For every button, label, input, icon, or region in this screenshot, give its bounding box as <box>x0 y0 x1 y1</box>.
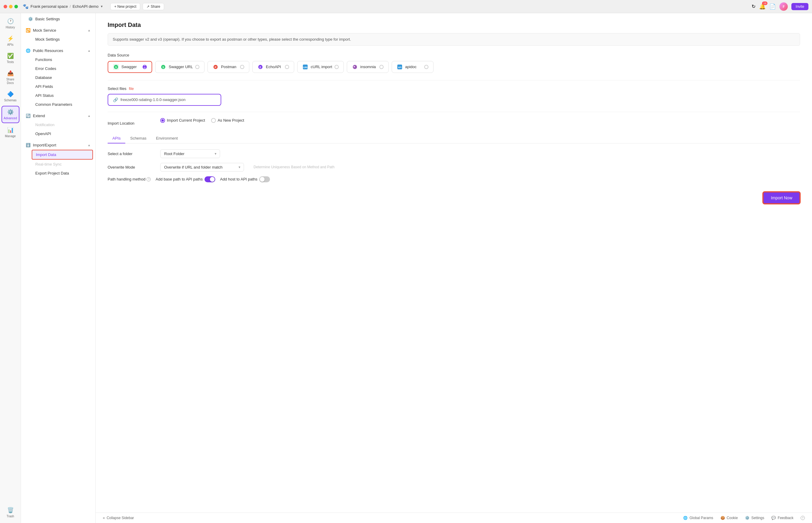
sidebar-item-apis[interactable]: ⚡ APIs <box>1 33 19 49</box>
titlebar-actions: + New project ↗ Share <box>110 3 164 10</box>
nav-item-common-parameters[interactable]: Common Parameters <box>32 100 93 109</box>
global-params-icon: 🌐 <box>683 516 688 520</box>
swagger-label: Swagger <box>121 65 137 69</box>
sidebar-item-trash[interactable]: 🗑️ Trash <box>1 504 19 521</box>
avatar[interactable]: F <box>779 2 788 11</box>
source-option-swagger[interactable]: S Swagger <box>108 61 152 73</box>
nav-label-database: Database <box>35 75 52 80</box>
swagger-url-label: Swagger URL <box>169 65 193 69</box>
docs-icon[interactable]: 📄 <box>769 3 776 10</box>
nav-item-api-status[interactable]: API Status <box>32 91 93 100</box>
nav-item-export-project[interactable]: Export Project Data <box>32 169 93 178</box>
folder-row: Select a folder Root Folder ▼ <box>108 149 800 158</box>
add-base-path-toggle[interactable] <box>205 176 215 182</box>
bottom-left: « Collapse Sidebar <box>103 516 134 520</box>
close-button[interactable] <box>4 5 7 8</box>
postman-radio[interactable] <box>240 65 244 69</box>
nav-label-api-fields: API Fields <box>35 84 53 89</box>
project-name: EchoAPI demo <box>73 4 99 9</box>
curl-radio[interactable] <box>335 65 339 69</box>
nav-mock-service-header[interactable]: 🔁 Mock Service ▲ <box>21 26 95 35</box>
sidebar-item-share-docs[interactable]: 📤 Share Docs <box>1 68 19 87</box>
echoapi-icon: E <box>258 64 263 70</box>
nav-item-api-fields[interactable]: API Fields <box>32 82 93 91</box>
feedback-button[interactable]: 💬 Feedback <box>771 516 793 520</box>
import-new-radio[interactable] <box>211 118 216 123</box>
nav-label-common-parameters: Common Parameters <box>35 102 72 107</box>
import-current-project-option[interactable]: Import Current Project <box>160 118 205 123</box>
source-option-swagger-url[interactable]: S Swagger URL <box>155 61 205 73</box>
insomnia-radio[interactable] <box>379 65 384 69</box>
nav-public-resources-header[interactable]: 🌐 Public Resources ▲ <box>21 46 95 55</box>
echoapi-radio[interactable] <box>285 65 289 69</box>
nav-item-mock-settings[interactable]: Mock Settings <box>32 35 93 43</box>
nav-extend-header[interactable]: 🔄 Extend ▲ <box>21 111 95 120</box>
divider-2 <box>108 112 800 112</box>
add-host-toggle[interactable] <box>259 176 270 182</box>
swagger-radio[interactable] <box>143 65 147 69</box>
path-help-icon[interactable]: ? <box>146 177 151 181</box>
file-input-box[interactable]: 🔗 freeze000-sdating-1.0.0-swagger.json <box>108 94 221 106</box>
share-button[interactable]: ↗ Share <box>143 3 164 10</box>
tests-icon: ✅ <box>7 53 14 59</box>
nav-import-export-header[interactable]: ⬇️ Import/Export ▲ <box>21 141 95 149</box>
nav-item-openapi[interactable]: OpenAPI <box>32 129 93 138</box>
sidebar-item-label-advanced: Advanced <box>4 116 17 120</box>
settings-button[interactable]: ⚙️ Settings <box>745 516 764 520</box>
global-params-button[interactable]: 🌐 Global Params <box>683 516 713 520</box>
source-option-curl[interactable]: cURL cURL import <box>297 61 344 73</box>
sidebar-item-tests[interactable]: ✅ Tests <box>1 50 19 66</box>
tab-schemas[interactable]: Schemas <box>125 133 151 143</box>
apidoc-radio[interactable] <box>424 65 428 69</box>
sidebar-item-advanced[interactable]: ⚙️ Advanced <box>1 106 19 123</box>
project-chevron-icon[interactable]: ▼ <box>100 5 103 8</box>
nav-label-public-resources: Public Resources <box>33 49 63 53</box>
cookie-button[interactable]: 🍪 Cookie <box>721 516 738 520</box>
postman-label: Postman <box>221 65 236 69</box>
path-handling-label: Path handling method ? <box>108 177 151 181</box>
new-project-button[interactable]: + New project <box>110 3 140 10</box>
folder-select[interactable]: Root Folder <box>160 149 220 158</box>
nav-label-basic-settings: Basic Settings <box>35 17 60 21</box>
notif-count: 19 <box>762 1 767 5</box>
collapse-label: Collapse Sidebar <box>107 516 134 520</box>
import-now-button[interactable]: Import Now <box>763 192 800 204</box>
source-option-insomnia[interactable]: insomnia <box>347 61 389 73</box>
source-option-echoapi[interactable]: E EchoAPI <box>252 61 294 73</box>
maximize-button[interactable] <box>14 5 18 8</box>
nav-item-import-data[interactable]: Import Data <box>32 150 93 160</box>
nav-item-database[interactable]: Database <box>32 73 93 82</box>
swagger-url-radio[interactable] <box>195 65 199 69</box>
basic-settings-icon: ⚙️ <box>28 17 33 21</box>
svg-text:E: E <box>260 66 261 69</box>
settings-icon: ⚙️ <box>745 516 749 520</box>
tab-environment[interactable]: Environment <box>151 133 183 143</box>
invite-button[interactable]: Invite <box>791 3 808 10</box>
overwrite-select[interactable]: Overwrite if URL and folder match <box>160 163 244 172</box>
source-option-apidoc[interactable]: API apidoc <box>392 61 434 73</box>
nav-item-error-codes[interactable]: Error Codes <box>32 64 93 73</box>
icon-sidebar: 🕐 History ⚡ APIs ✅ Tests 📤 Share Docs 🔷 … <box>0 13 21 523</box>
help-button[interactable]: ? <box>801 516 805 520</box>
nav-item-basic-settings[interactable]: ⚙️ Basic Settings <box>23 15 93 23</box>
overwrite-label: Overwrite Mode <box>108 165 156 169</box>
help-circle-icon[interactable]: ? <box>801 516 805 520</box>
source-option-postman[interactable]: P Postman <box>208 61 249 73</box>
import-new-project-option[interactable]: As New Project <box>211 118 244 123</box>
notifications-button[interactable]: 🔔 19 <box>759 3 766 10</box>
svg-text:cURL: cURL <box>303 66 307 69</box>
sidebar-item-history[interactable]: 🕐 History <box>1 16 19 32</box>
sidebar-item-manage[interactable]: 📊 Manage <box>1 124 19 141</box>
nav-item-functions[interactable]: Functions <box>32 55 93 64</box>
apis-icon: ⚡ <box>7 35 14 42</box>
sidebar-item-schemas[interactable]: 🔷 Schemas <box>1 88 19 105</box>
import-location-options: Import Current Project As New Project <box>160 118 244 123</box>
refresh-icon[interactable]: ↻ <box>752 4 756 9</box>
collapse-sidebar-button[interactable]: « Collapse Sidebar <box>103 516 134 520</box>
svg-text:S: S <box>115 66 117 69</box>
tab-apis[interactable]: APIs <box>108 133 125 143</box>
add-base-path-item: Add base path to API paths <box>156 176 215 182</box>
minimize-button[interactable] <box>9 5 13 8</box>
import-current-radio[interactable] <box>160 118 165 123</box>
advanced-icon: ⚙️ <box>7 109 14 115</box>
